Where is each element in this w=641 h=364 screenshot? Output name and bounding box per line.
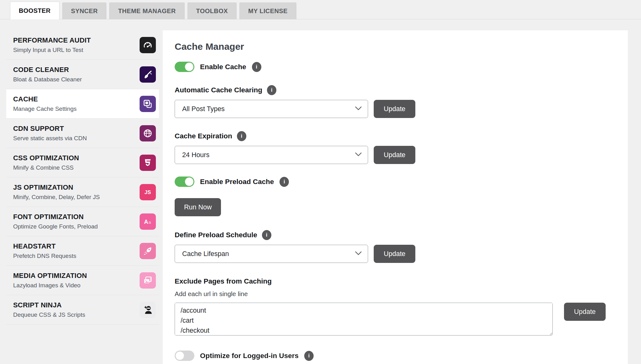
schedule-label-row: Define Preload Schedule i: [175, 230, 615, 240]
main-panel: Cache Manager Enable Cache i Automatic C…: [163, 30, 628, 364]
auto-clear-select[interactable]: All Post Types: [175, 100, 368, 118]
sidebar-item-title: SCRIPT NINJA: [13, 301, 135, 309]
broom-icon: [140, 66, 156, 83]
sidebar-item-cdn-support[interactable]: CDN SUPPORT Serve static assets via CDN: [6, 119, 159, 148]
exclude-label: Exclude Pages from Caching: [175, 277, 272, 285]
schedule-select[interactable]: Cache Lifespan: [175, 245, 368, 263]
sidebar-item-title: FONT OPTIMIZATION: [13, 213, 135, 221]
tab-my-license[interactable]: MY LICENSE: [239, 3, 296, 19]
enable-cache-toggle[interactable]: [175, 62, 194, 72]
sidebar-item-subtitle: Bloat & Database Cleaner: [13, 76, 135, 83]
sidebar-item-title: JS OPTIMIZATION: [13, 183, 135, 192]
sidebar-item-subtitle: Prefetch DNS Requests: [13, 253, 135, 259]
sidebar-item-script-ninja[interactable]: SCRIPT NINJA Dequeue CSS & JS Scripts: [6, 295, 159, 325]
info-icon[interactable]: i: [304, 351, 314, 361]
info-icon[interactable]: i: [252, 62, 261, 72]
sidebar-item-headstart[interactable]: HEADSTART Prefetch DNS Requests: [6, 236, 159, 266]
exclude-hint: Add each url in single line: [175, 290, 615, 298]
cache-icon: [140, 96, 156, 112]
svg-text:a: a: [148, 219, 151, 224]
sidebar-item-code-cleaner[interactable]: CODE CLEANER Bloat & Database Cleaner: [6, 60, 159, 89]
sidebar-item-title: HEADSTART: [13, 242, 135, 250]
sidebar-item-css-optimization[interactable]: CSS OPTIMIZATION Minify & Combine CSS: [6, 148, 159, 177]
auto-clear-control-row: All Post Types Update: [175, 100, 615, 118]
tab-toolbox[interactable]: TOOLBOX: [187, 3, 237, 19]
sidebar-item-subtitle: Manage Cache Settings: [13, 105, 135, 112]
enable-preload-label: Enable Preload Cache: [200, 178, 274, 186]
enable-cache-label: Enable Cache: [200, 63, 246, 71]
sidebar-item-font-optimization[interactable]: FONT OPTIMIZATION Optimize Google Fonts,…: [6, 207, 159, 236]
svg-text:JS: JS: [145, 189, 151, 195]
auto-clear-update-button[interactable]: Update: [374, 100, 415, 118]
schedule-label: Define Preload Schedule: [175, 231, 257, 239]
tab-theme-manager[interactable]: THEME MANAGER: [109, 3, 184, 19]
sidebar-item-title: CDN SUPPORT: [13, 125, 135, 133]
globe-icon: [140, 125, 156, 141]
expiration-label-row: Cache Expiration i: [175, 131, 615, 141]
expiration-update-button[interactable]: Update: [374, 146, 415, 164]
css-shield-icon: [140, 155, 156, 171]
expiration-control-row: 24 Hours Update: [175, 146, 615, 164]
sidebar-item-subtitle: Serve static assets via CDN: [13, 135, 135, 142]
sidebar-item-title: CACHE: [13, 95, 135, 103]
gauge-icon: [140, 37, 156, 53]
sidebar-item-performance-audit[interactable]: PERFORMANCE AUDIT Simply Input a URL to …: [6, 30, 159, 60]
schedule-control-row: Cache Lifespan Update: [175, 245, 615, 263]
rocket-icon: [140, 243, 156, 259]
expiration-select[interactable]: 24 Hours: [175, 146, 368, 164]
sidebar-item-subtitle: Minify, Combine, Delay, Defer JS: [13, 194, 135, 201]
sidebar-item-media-optimization[interactable]: MEDIA OPTIMIZATION Lazyload Images & Vid…: [6, 266, 159, 295]
logged-in-row: Optimize for Logged-in Users i: [175, 351, 615, 361]
sidebar-item-subtitle: Minify & Combine CSS: [13, 164, 135, 171]
exclude-urls-textarea[interactable]: /account /cart /checkout: [175, 303, 553, 336]
tab-booster[interactable]: BOOSTER: [10, 2, 59, 19]
sidebar-item-title: MEDIA OPTIMIZATION: [13, 272, 135, 280]
page-title: Cache Manager: [175, 41, 615, 52]
enable-cache-row: Enable Cache i: [175, 62, 615, 72]
run-now-button[interactable]: Run Now: [175, 198, 221, 216]
info-icon[interactable]: i: [267, 85, 276, 95]
sidebar-item-cache[interactable]: CACHE Manage Cache Settings: [6, 89, 159, 119]
enable-preload-toggle[interactable]: [175, 177, 194, 187]
tab-syncer[interactable]: SYNCER: [62, 3, 107, 19]
logged-in-toggle[interactable]: [175, 351, 194, 361]
sidebar-item-subtitle: Simply Input a URL to Test: [13, 47, 135, 54]
media-icon: [140, 272, 156, 289]
info-icon[interactable]: i: [237, 131, 246, 141]
toggle-knob: [185, 62, 194, 71]
sidebar-item-title: CODE CLEANER: [13, 66, 135, 74]
ninja-icon: [140, 302, 156, 318]
tab-bar: BOOSTER SYNCER THEME MANAGER TOOLBOX MY …: [0, 0, 641, 19]
sidebar-item-subtitle: Lazyload Images & Video: [13, 282, 135, 289]
expiration-label: Cache Expiration: [175, 132, 232, 140]
auto-clear-label-row: Automatic Cache Clearing i: [175, 85, 615, 95]
logged-in-label: Optimize for Logged-in Users: [200, 352, 299, 360]
exclude-label-row: Exclude Pages from Caching: [175, 277, 615, 285]
sidebar-item-subtitle: Dequeue CSS & JS Scripts: [13, 311, 135, 318]
auto-clear-label: Automatic Cache Clearing: [175, 86, 262, 94]
sidebar-item-subtitle: Optimize Google Fonts, Preload: [13, 223, 135, 230]
sidebar-item-js-optimization[interactable]: JS OPTIMIZATION Minify, Combine, Delay, …: [6, 177, 159, 207]
sidebar-item-title: CSS OPTIMIZATION: [13, 154, 135, 162]
svg-text:A: A: [144, 218, 148, 225]
enable-preload-row: Enable Preload Cache i: [175, 177, 615, 187]
info-icon[interactable]: i: [262, 230, 271, 240]
exclude-control-row: /account /cart /checkout Update: [175, 303, 615, 336]
schedule-update-button[interactable]: Update: [374, 245, 415, 263]
js-icon: JS: [140, 184, 156, 200]
toggle-knob: [185, 177, 194, 186]
exclude-update-button[interactable]: Update: [564, 303, 606, 321]
font-icon: A a: [140, 213, 156, 230]
sidebar: PERFORMANCE AUDIT Simply Input a URL to …: [6, 30, 159, 325]
toggle-knob: [175, 351, 184, 360]
info-icon[interactable]: i: [279, 177, 289, 187]
sidebar-item-title: PERFORMANCE AUDIT: [13, 36, 135, 44]
